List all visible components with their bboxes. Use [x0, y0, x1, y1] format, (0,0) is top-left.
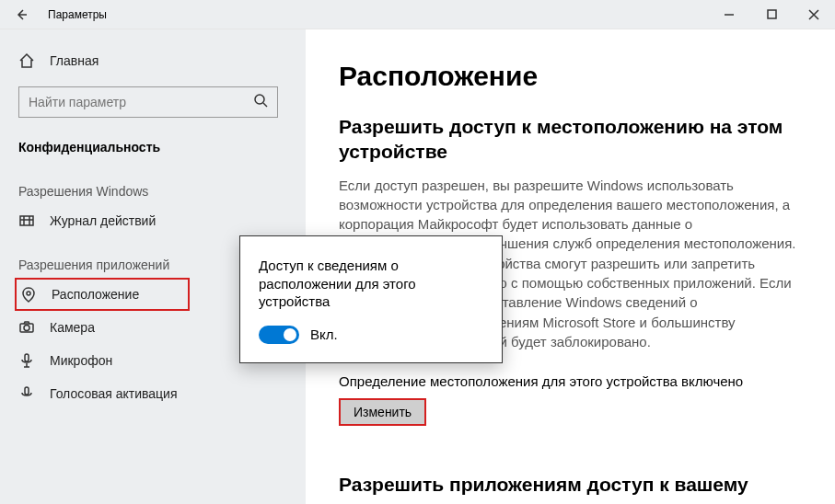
window-controls — [708, 0, 835, 29]
location-status: Определение местоположения для этого уст… — [339, 373, 802, 389]
search-icon — [253, 93, 268, 111]
close-button[interactable] — [793, 0, 835, 29]
svg-point-5 — [24, 326, 29, 331]
location-icon — [20, 286, 37, 303]
close-icon — [808, 9, 819, 20]
sidebar-item-label: Журнал действий — [50, 213, 156, 228]
sidebar-home[interactable]: Главная — [15, 44, 300, 77]
sidebar-item-voice[interactable]: Голосовая активация — [15, 377, 300, 410]
popup-title: Доступ к сведениям о расположении для эт… — [259, 257, 483, 311]
sidebar-item-location[interactable]: Расположение — [15, 278, 190, 311]
toggle-knob — [284, 328, 296, 341]
svg-rect-7 — [25, 387, 29, 395]
minimize-button[interactable] — [708, 0, 750, 29]
maximize-icon — [767, 9, 777, 19]
section-heading-allow: Разрешить доступ к местоположению на это… — [339, 114, 802, 165]
minimize-icon — [724, 9, 735, 20]
camera-icon — [18, 319, 35, 336]
sidebar-item-activity[interactable]: Журнал действий — [15, 204, 300, 237]
sidebar-category: Конфиденциальность — [15, 131, 300, 164]
sidebar-item-label: Микрофон — [50, 353, 112, 368]
arrow-left-icon — [14, 7, 29, 22]
search-field[interactable] — [29, 95, 253, 109]
microphone-icon — [18, 352, 35, 369]
home-icon — [18, 52, 35, 69]
svg-rect-2 — [20, 216, 33, 225]
sidebar-item-label: Расположение — [52, 287, 139, 302]
titlebar: Параметры — [0, 0, 835, 29]
change-button[interactable]: Изменить — [339, 398, 426, 426]
popup-toggle-row: Вкл. — [259, 326, 483, 344]
sidebar-item-label: Камера — [50, 320, 95, 335]
voice-icon — [18, 385, 35, 402]
svg-rect-6 — [25, 354, 29, 361]
svg-point-1 — [255, 95, 264, 104]
section-heading-apps: Разрешить приложениям доступ к вашему ме… — [339, 472, 802, 504]
svg-point-3 — [27, 292, 30, 295]
location-access-popup: Доступ к сведениям о расположении для эт… — [239, 235, 503, 363]
location-toggle[interactable] — [259, 326, 299, 344]
sidebar-group-windows: Разрешения Windows — [15, 164, 300, 204]
activity-icon — [18, 212, 35, 229]
sidebar-home-label: Главная — [50, 53, 99, 68]
sidebar-item-label: Голосовая активация — [50, 386, 178, 401]
page-title: Расположение — [339, 61, 802, 92]
maximize-button[interactable] — [750, 0, 793, 29]
toggle-label: Вкл. — [310, 326, 338, 342]
svg-rect-0 — [768, 10, 776, 18]
search-input[interactable] — [18, 86, 278, 118]
back-button[interactable] — [0, 0, 42, 29]
window-title: Параметры — [48, 8, 708, 21]
